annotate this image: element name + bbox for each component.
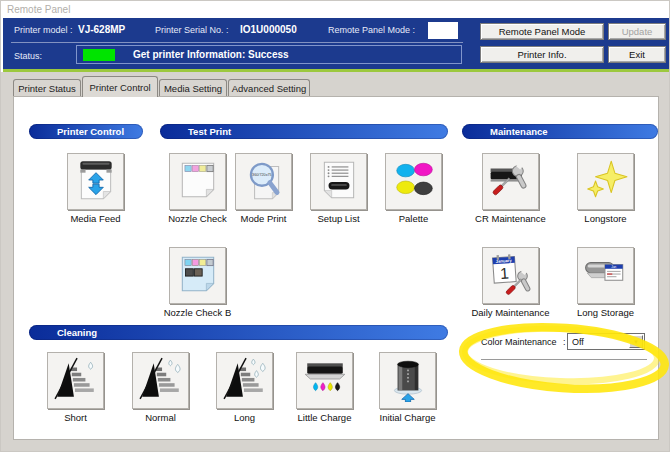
chevron-down-icon: ▼ [633, 339, 639, 345]
tab-advanced-setting[interactable]: Advanced Setting [228, 79, 310, 96]
cleaning-long-icon [222, 356, 268, 406]
nozzle-check-icon [175, 157, 221, 207]
media-feed-label: Media Feed [46, 213, 146, 224]
update-button[interactable]: Update [608, 23, 666, 40]
status-box: Get printer Information: Success [76, 45, 462, 64]
tab-printer-control[interactable]: Printer Control [82, 76, 158, 97]
initial-charge-button[interactable] [379, 352, 436, 409]
long-storage-label: Long Storage [556, 307, 656, 318]
section-title-printer-control: Printer Control [29, 124, 143, 139]
remote-panel-mode-button[interactable]: Remote Panel Mode [480, 23, 604, 40]
printer-control-panel: Printer Control Test Print Maintenance C… [13, 96, 659, 440]
media-feed-button[interactable] [67, 153, 124, 210]
section-title-test-print: Test Print [160, 124, 448, 139]
longstore-sparkle-icon [583, 157, 629, 207]
cleaning-normal-button[interactable] [132, 352, 189, 409]
section-title-cleaning: Cleaning [29, 325, 448, 340]
status-label: Status: [14, 51, 42, 61]
cleaning-long-button[interactable] [216, 352, 273, 409]
printer-info-button[interactable]: Printer Info. [480, 46, 604, 63]
nozzle-check-b-button[interactable] [169, 247, 226, 304]
palette-label: Palette [364, 213, 464, 224]
longstore-button[interactable] [577, 153, 634, 210]
nozzle-check-button[interactable] [169, 153, 226, 210]
palette-icon [391, 157, 437, 207]
exit-button[interactable]: Exit [608, 46, 666, 63]
color-maintenance-label: Color Maintenance [481, 337, 557, 347]
mode-print-lens-text: 360/720x75 [252, 173, 272, 177]
mode-print-button[interactable]: 360/720x75 [235, 153, 292, 210]
setup-list-icon [316, 157, 362, 207]
longstore-label: Longstore [556, 213, 656, 224]
header-accent-strip [3, 69, 669, 72]
header-bar: Printer model : VJ-628MP Printer Serial … [3, 18, 669, 69]
serial-number-label: Printer Serial No. : [155, 25, 229, 35]
calendar-day-text: 1 [499, 264, 509, 282]
initial-charge-label: Initial Charge [358, 412, 458, 423]
mode-print-icon: 360/720x75 [241, 157, 287, 207]
setup-list-button[interactable] [310, 153, 367, 210]
remote-mode-value-box [428, 22, 458, 39]
color-maintenance-value: Off [572, 337, 584, 347]
status-text: Get printer Information: Success [133, 49, 289, 60]
daily-maintenance-label: Daily Maintenance [461, 307, 561, 318]
storage-calendar-month-text: Jan [611, 264, 616, 268]
status-green-indicator [83, 49, 115, 61]
cr-maintenance-button[interactable] [482, 153, 539, 210]
remote-mode-label: Remote Panel Mode : [328, 25, 415, 35]
nozzle-check-b-label: Nozzle Check B [148, 307, 248, 318]
cr-maintenance-icon [488, 157, 534, 207]
tab-printer-status[interactable]: Printer Status [13, 79, 81, 96]
cleaning-short-button[interactable] [47, 352, 104, 409]
color-maintenance-colon: : [563, 337, 566, 347]
header-divider [11, 42, 463, 43]
color-maintenance-dropdown[interactable]: Off ▼ [567, 333, 645, 350]
printer-model-label: Printer model : [14, 25, 73, 35]
palette-button[interactable] [385, 153, 442, 210]
color-maintenance-separator [481, 359, 647, 360]
daily-maintenance-icon: January 1 [488, 251, 534, 301]
cleaning-normal-icon [138, 356, 184, 406]
little-charge-icon [302, 356, 348, 406]
tab-media-setting[interactable]: Media Setting [159, 79, 227, 96]
cleaning-short-icon [53, 356, 99, 406]
long-storage-icon: Jan [583, 251, 629, 301]
serial-number-value: IO1U000050 [240, 24, 297, 35]
section-title-maintenance: Maintenance [462, 124, 658, 139]
little-charge-button[interactable] [296, 352, 353, 409]
long-storage-button[interactable]: Jan [577, 247, 634, 304]
printer-model-value: VJ-628MP [78, 24, 125, 35]
window-title: Remote Panel [7, 4, 70, 15]
nozzle-check-b-icon [175, 251, 221, 301]
cr-maintenance-label: CR Maintenance [461, 213, 561, 224]
dropdown-arrow-button[interactable]: ▼ [629, 335, 643, 348]
media-feed-icon [73, 157, 119, 207]
daily-maintenance-button[interactable]: January 1 [482, 247, 539, 304]
initial-charge-icon [385, 356, 431, 406]
remote-panel-window: Remote Panel Printer model : VJ-628MP Pr… [0, 0, 670, 452]
